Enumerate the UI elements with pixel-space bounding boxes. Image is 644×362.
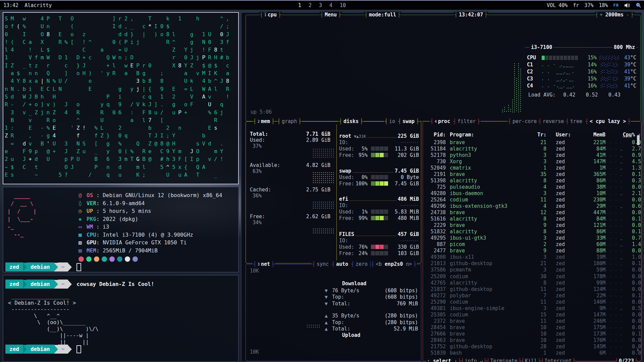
process-row[interactable]: 49280ibus-daemon3zed10M⠄ ⠄ ⠄ ⣀⡀2.1 (426, 190, 638, 196)
fetch-terminal-window[interactable]: _____ / __ \ | / | | \___- -_ --_ @OS : … (3, 187, 239, 273)
process-row[interactable]: 21837github-desktop11zed124M⠄ ⠄ ⠄ ⠄0.0 (426, 286, 638, 292)
process-row[interactable]: 25290codium11zed146M⠄ ⠄ ⠄ ⠄0.0 (426, 299, 638, 305)
cpu-model: i3-7100 (530, 44, 553, 50)
net-stats-panel: Download ▼76 Byte/s(608 bitps)▼Top:(608 … (325, 281, 418, 339)
process-row[interactable]: 28463brave10zed176M⠄ ⠄ ⠄ ⠄0.0 (426, 337, 638, 343)
cowsay-output: __________________ < Debian-Z Is Cool! >… (8, 293, 99, 345)
kill-button[interactable]: Kill (524, 358, 538, 362)
speaker-icon[interactable] (624, 3, 630, 8)
select-control[interactable]: ↑ select ↓ (426, 358, 458, 362)
mem-box-title[interactable]: ┤2mem├ (253, 118, 275, 125)
net-zero-tab[interactable]: ┤zero├ (351, 261, 373, 267)
process-row[interactable]: 725pulseaudio4zed38M⠄ ⠄ ⠄ ⠄0.0 (426, 184, 638, 190)
proc-tree-tab[interactable]: ┤tree├ (565, 118, 587, 125)
btop-window[interactable]: ┤1cpu├ ┤Menu├ ┤mode:full├ ┤13:42:07├ ┤+2… (241, 12, 642, 362)
process-row[interactable]: 2477brave9zed88M⠄ ⠄ ⠄ ⠄0.0 (426, 248, 638, 254)
net-sync-tab[interactable]: ┤sync├ (312, 261, 334, 267)
workspace-1[interactable]: 1 (298, 2, 301, 8)
cmatrix-terminal-window[interactable]: SM w 4P T O ]r2, T k 1 h ^, of(% Un ( Id… (3, 12, 239, 184)
mem-stat-row: Free:2.62 GiB (250, 214, 330, 220)
process-row[interactable]: 21752github-desktop28zed145M⠄ ⠄ ⠄ ⠄0.0 (426, 344, 638, 350)
cpu-box-title[interactable]: ┤1cpu├ (259, 11, 282, 18)
process-row[interactable]: 2229brave9zed121M⠄ ⠄ ⠄ ⠄0.0 (426, 222, 638, 229)
disks-swap-tab[interactable]: ┤swap├ (397, 118, 420, 125)
terminal-cursor[interactable] (76, 345, 81, 353)
process-row[interactable]: 730Xorg3zed147M⠄ ⠄ ⠄ ⣀⡀4.5 (426, 158, 638, 165)
interval-control[interactable]: ┤+2000ms-├ (595, 11, 634, 18)
net-stat-row: ▼76 Byte/s(608 bitps) (325, 287, 418, 294)
workspace-2[interactable]: 2 (309, 2, 312, 8)
process-row[interactable]: 42765alacritty8zed99M⠄ ⠄ ⠄ ⠄0.0 (426, 280, 638, 286)
process-row[interactable]: 2398brave21zed221M⠄ ⠄ ⠄ ⠄0.0 (426, 139, 638, 145)
screenshot-tool-icon[interactable] (636, 2, 641, 8)
proc-sort-selector[interactable]: ┤< cpu lazy >├ (585, 118, 631, 125)
process-row[interactable]: 49295ibus-ui-gtk33zed33M⠄ ⠄ ⠄ ⣀⡀0.7 (426, 235, 638, 241)
process-row[interactable]: 21813github-desktop21zed180M⠄ ⠄ ⠄ ⡀0.1 (426, 260, 638, 267)
process-row[interactable]: 52049cmatrix1zed1M⠄ ⠄ ⠄ ⣀⡀1.3 (426, 165, 638, 171)
process-row[interactable]: 2191brave35zed365M⠄ ⠄ ⠄ ⡀0.1 (426, 171, 638, 177)
process-row[interactable]: 49296ibus-extension-gtk34zed29M⠄ ⠄ ⠄ ⣀⡀0… (426, 203, 638, 209)
chevron-right-icon (23, 345, 26, 354)
net-auto-tab[interactable]: ┤auto├ (331, 261, 353, 267)
proc-filter-button[interactable]: ┤filter├ (452, 118, 481, 125)
process-row[interactable]: 51184alacritty8zed84M⠄ ⠄ ⠄ ⣀⡀2.7 (426, 145, 638, 152)
interrupt-button[interactable]: Interrupt (544, 358, 572, 362)
system-info-row: ▥GPU: NVIDIA GeForce GTX 1050 Ti (78, 239, 222, 247)
scrollbar-thumb[interactable] (637, 135, 640, 145)
process-row[interactable]: 37586pcmanfm3zed59M⠄ ⠄ ⠄ ⠄0.0 (426, 267, 638, 273)
shell-prompt[interactable]: zeddebian~ (5, 345, 81, 354)
typed-command: cowsay Debian-Z Is Cool! (76, 281, 154, 287)
volume-value[interactable]: 40% (558, 2, 568, 8)
shell-prompt[interactable]: zeddebian~ (5, 262, 81, 272)
process-row[interactable]: 49381ibus-engine-simple3zed9M⠄ ⠄ ⠄ ⣀⡀0.5 (426, 305, 638, 311)
mem-graph (312, 201, 334, 209)
scroll-down-icon[interactable]: ↓ (636, 346, 639, 352)
net-scale-label: 10K (250, 268, 259, 274)
menu-button[interactable]: ┤Menu├ (320, 11, 342, 18)
prompt-path: ~ (58, 262, 68, 272)
process-row[interactable]: 887picom2zed60M⠄ ⠄ ⠄ ⣀⡀1.4 (426, 241, 638, 248)
proc-percore-tab[interactable]: ┤per-core├ (507, 118, 542, 125)
powerline-arrow-icon (54, 345, 58, 354)
net-box-title[interactable]: ┤3net├ (253, 261, 275, 267)
process-row[interactable]: 25264codium11zed230M⠄ ⠄ ⠄ ⠄0.0 (426, 196, 638, 203)
cowsay-terminal-window[interactable]: zeddebian~cowsay Debian-Z Is Cool! _____… (3, 275, 239, 362)
mem-graph-tab[interactable]: ┤graph├ (277, 118, 302, 125)
terminate-button[interactable]: Terminate (490, 358, 518, 362)
net-stat-row: ▲35 Byte/s(280 bitps) (325, 313, 418, 319)
proc-reverse-tab[interactable]: ┤reverse├ (538, 118, 569, 125)
mem-stat-row: Total:7.71 GiB (250, 131, 330, 137)
process-row[interactable]: 51616alacritty8zed84M⠄ ⠄ ⠄ ⡀0.1 (426, 216, 638, 222)
ram-usage: 18% (599, 2, 608, 8)
btop-clock: ┤13:42:07├ (454, 11, 488, 18)
uptime-label: up 5:06 (251, 109, 272, 115)
net-interface-selector[interactable]: ┤<benp2s0n>├ (371, 261, 417, 267)
mode-toggle[interactable]: ┤mode:full├ (364, 11, 401, 18)
disks-box-title[interactable]: ┤disks├ (338, 118, 364, 125)
process-row[interactable]: 2372brave11zed246M⠄ ⠄ ⠄ ⠄0.0 (426, 318, 638, 324)
terminal-cursor[interactable] (76, 263, 81, 271)
process-table-header[interactable]: Pid: Program: Tr: User: MemB Cpu% ↑ (426, 132, 638, 138)
cpu-frequency: 800 Mhz (612, 44, 636, 50)
process-row[interactable]: 51398alacritty8zed86M⠄ ⠄ ⠄ ⡀0.3 (426, 177, 638, 184)
process-row[interactable]: 51832alacritty8zed86M⠄ ⠄ ⠄ ⡀0.1 (426, 229, 638, 235)
workspace-4[interactable]: 4 (329, 2, 332, 8)
process-row[interactable]: 25209codium30zed178M⠄ ⠄ ⠄ ⠄0.0 (426, 273, 638, 280)
process-row[interactable]: 27666brave10zed173M⠄ ⠄ ⠄ ⡀0.1 (426, 330, 638, 337)
keyboard-layout[interactable]: fr (573, 2, 579, 8)
process-row[interactable]: 52178python33zed41M⠄ ⠄ ⠄ ⣀⡀0.9 (426, 152, 638, 158)
load-average: Load AVG: 0.42 0.52 0.43 (528, 92, 636, 98)
info-button[interactable]: info ↵ (464, 358, 483, 362)
process-row[interactable]: 25305codium15zed147M⠄ ⠄ ⠄ ⠄0.0 (426, 311, 638, 318)
prompt-user: zed (5, 262, 23, 272)
workspace-3[interactable]: 3 (319, 2, 322, 8)
process-row[interactable]: 49272polybar7zed22M⠄ ⠄ ⠄ ⡀0.1 (426, 292, 638, 299)
process-row[interactable]: 49300ibus-x113zed19M⠄ ⠄ ⠄ ⣀⡀1.0 (426, 254, 638, 260)
process-row[interactable]: 51839bash1zed6M⠄ ⠄ ⠄ ⠄0.0 (426, 350, 638, 356)
process-row[interactable]: 28454brave10zed175M⠄ ⠄ ⠄ ⠄0.0 (426, 324, 638, 330)
disk-entry-FILES: FILES457 GiBIO:Used:76%330 GiBFree:24%10… (339, 231, 419, 256)
workspace-10[interactable]: 10 (340, 2, 346, 8)
shell-prompt[interactable]: zeddebian~cowsay Debian-Z Is Cool! (5, 280, 154, 289)
process-row[interactable]: 24738brave12zed447M⠄ ⠄ ⠄ ⠄0.0 (426, 209, 638, 216)
proc-box-title[interactable]: ┤4proc├ (430, 118, 455, 125)
